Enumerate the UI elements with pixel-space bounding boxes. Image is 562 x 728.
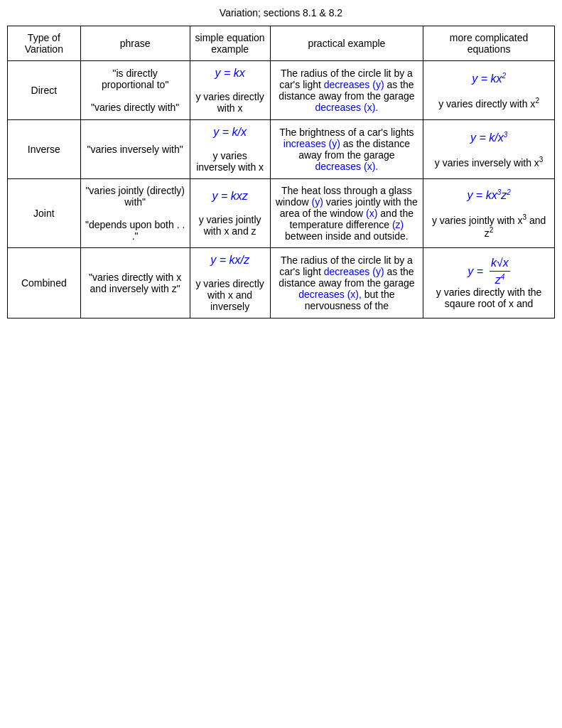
header-phrase: phrase	[80, 26, 190, 61]
simple-inverse: y = k/x y varies inversely with x	[190, 120, 270, 179]
phrase-joint: "varies jointly (directly) with" "depend…	[80, 179, 190, 248]
type-combined: Combined	[8, 248, 81, 318]
header-simple: simple equation example	[190, 26, 270, 61]
header-complicated: more complicated equations	[423, 26, 555, 61]
row-inverse: Inverse "varies inversely with" y = k/x …	[8, 120, 555, 179]
practical-inverse: The brightness of a car's lights increas…	[270, 120, 423, 179]
row-joint: Joint "varies jointly (directly) with" "…	[8, 179, 555, 248]
type-joint: Joint	[8, 179, 81, 248]
simple-combined: y = kx/z y varies directly with x and in…	[190, 248, 270, 318]
complicated-inverse: y = k/x3 y varies inversely with x3	[423, 120, 555, 179]
simple-joint: y = kxz y varies jointly with x and z	[190, 179, 270, 248]
type-direct: Direct	[8, 61, 81, 120]
phrase-combined: "varies directly with x and inversely wi…	[80, 248, 190, 318]
header-practical: practical example	[270, 26, 423, 61]
type-inverse: Inverse	[8, 120, 81, 179]
phrase-inverse: "varies inversely with"	[80, 120, 190, 179]
page-title: Variation; sections 8.1 & 8.2	[7, 7, 555, 18]
header-type: Type of Variation	[8, 26, 81, 61]
variation-table: Type of Variation phrase simple equation…	[7, 26, 555, 318]
complicated-combined: y = k√x z4 y varies directly with the sq…	[423, 248, 555, 318]
complicated-direct: y = kx2 y varies directly with x2	[423, 61, 555, 120]
row-direct: Direct "is directly proportional to" "va…	[8, 61, 555, 120]
row-combined: Combined "varies directly with x and inv…	[8, 248, 555, 318]
simple-direct: y = kx y varies directly with x	[190, 61, 270, 120]
complicated-joint: y = kx3z2 y varies jointly with x3 and z…	[423, 179, 555, 248]
practical-joint: The heat loss through a glass window (y)…	[270, 179, 423, 248]
practical-combined: The radius of the circle lit by a car's …	[270, 248, 423, 318]
phrase-direct: "is directly proportional to" "varies di…	[80, 61, 190, 120]
practical-direct: The radius of the circle lit by a car's …	[270, 61, 423, 120]
